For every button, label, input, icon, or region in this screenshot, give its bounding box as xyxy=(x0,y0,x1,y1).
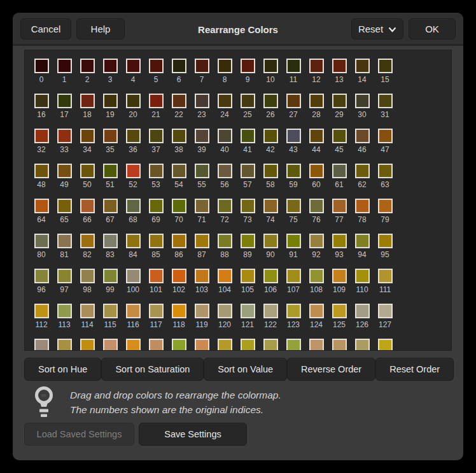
palette-swatch[interactable] xyxy=(286,339,301,351)
palette-swatch[interactable] xyxy=(149,339,164,351)
palette-cell[interactable]: 98 xyxy=(76,269,99,304)
palette-cell[interactable]: 14 xyxy=(351,59,374,94)
palette-cell[interactable]: 129 xyxy=(53,339,76,351)
palette-cell[interactable]: 10 xyxy=(259,59,282,94)
palette-swatch[interactable] xyxy=(126,304,141,318)
palette-cell[interactable]: 78 xyxy=(351,199,374,234)
palette-cell[interactable]: 23 xyxy=(190,94,213,129)
palette-cell[interactable]: 68 xyxy=(122,199,144,234)
palette-swatch[interactable] xyxy=(241,59,255,73)
palette-cell[interactable]: 131 xyxy=(99,339,122,351)
palette-cell[interactable]: 16 xyxy=(30,94,53,129)
palette-swatch[interactable] xyxy=(149,269,164,283)
palette-swatch[interactable] xyxy=(263,164,278,178)
palette-cell[interactable]: 3 xyxy=(99,59,122,94)
palette-cell[interactable]: 6 xyxy=(167,59,190,94)
palette-swatch[interactable] xyxy=(218,164,232,178)
palette-swatch[interactable] xyxy=(172,234,186,248)
palette-cell[interactable]: 134 xyxy=(167,339,190,351)
palette-cell[interactable]: 87 xyxy=(190,234,213,269)
palette-cell[interactable]: 36 xyxy=(122,129,144,164)
palette-cell[interactable]: 71 xyxy=(190,199,213,234)
palette-cell[interactable]: 103 xyxy=(190,269,213,304)
palette-swatch[interactable] xyxy=(126,164,141,178)
palette-cell[interactable]: 46 xyxy=(351,129,374,164)
palette-cell[interactable]: 102 xyxy=(167,269,190,304)
palette-cell[interactable]: 109 xyxy=(328,269,351,304)
palette-swatch[interactable] xyxy=(195,199,209,213)
palette-swatch[interactable] xyxy=(218,199,232,213)
palette-cell[interactable]: 48 xyxy=(30,164,53,199)
palette-swatch[interactable] xyxy=(218,339,232,351)
palette-cell[interactable]: 49 xyxy=(53,164,76,199)
palette-swatch[interactable] xyxy=(195,304,209,318)
palette-cell[interactable]: 132 xyxy=(122,339,144,351)
palette-cell[interactable]: 8 xyxy=(213,59,236,94)
help-button[interactable]: Help xyxy=(76,18,125,39)
palette-cell[interactable]: 73 xyxy=(236,199,259,234)
palette-swatch[interactable] xyxy=(80,339,95,351)
palette-cell[interactable]: 111 xyxy=(374,269,396,304)
palette-cell[interactable]: 77 xyxy=(328,199,351,234)
palette-cell[interactable]: 0 xyxy=(30,59,53,94)
palette-swatch[interactable] xyxy=(80,269,95,283)
palette-cell[interactable]: 107 xyxy=(282,269,305,304)
palette-swatch[interactable] xyxy=(34,339,49,351)
palette-cell[interactable]: 4 xyxy=(122,59,144,94)
palette-cell[interactable]: 35 xyxy=(99,129,122,164)
palette-swatch[interactable] xyxy=(172,94,186,108)
palette-cell[interactable]: 89 xyxy=(236,234,259,269)
palette-swatch[interactable] xyxy=(57,199,72,213)
palette-cell[interactable]: 55 xyxy=(190,164,213,199)
palette-cell[interactable]: 20 xyxy=(122,94,144,129)
palette-cell[interactable]: 54 xyxy=(167,164,190,199)
palette-swatch[interactable] xyxy=(34,269,49,283)
palette-cell[interactable]: 76 xyxy=(305,199,328,234)
palette-cell[interactable]: 62 xyxy=(351,164,374,199)
palette-cell[interactable]: 140 xyxy=(305,339,328,351)
palette-swatch[interactable] xyxy=(286,59,301,73)
palette-swatch[interactable] xyxy=(218,234,232,248)
palette-cell[interactable]: 120 xyxy=(213,304,236,339)
palette-cell[interactable]: 94 xyxy=(351,234,374,269)
palette-cell[interactable]: 66 xyxy=(76,199,99,234)
palette-cell[interactable]: 44 xyxy=(305,129,328,164)
palette-swatch[interactable] xyxy=(149,304,164,318)
palette-swatch[interactable] xyxy=(80,164,95,178)
palette-swatch[interactable] xyxy=(103,59,118,73)
palette-swatch[interactable] xyxy=(309,94,324,108)
palette-swatch[interactable] xyxy=(149,129,164,143)
palette-cell[interactable]: 34 xyxy=(76,129,99,164)
palette-cell[interactable]: 135 xyxy=(190,339,213,351)
palette-swatch[interactable] xyxy=(195,129,209,143)
palette-swatch[interactable] xyxy=(34,199,49,213)
palette-swatch[interactable] xyxy=(263,339,278,351)
palette-swatch[interactable] xyxy=(332,129,347,143)
palette-swatch[interactable] xyxy=(309,269,324,283)
palette-swatch[interactable] xyxy=(172,129,186,143)
palette-swatch[interactable] xyxy=(355,234,370,248)
palette-swatch[interactable] xyxy=(126,59,141,73)
palette-cell[interactable]: 43 xyxy=(282,129,305,164)
palette-swatch[interactable] xyxy=(378,199,393,213)
palette-swatch[interactable] xyxy=(309,164,324,178)
palette-swatch[interactable] xyxy=(172,339,186,351)
palette-cell[interactable]: 142 xyxy=(351,339,374,351)
palette-swatch[interactable] xyxy=(378,94,393,108)
palette-cell[interactable]: 63 xyxy=(374,164,396,199)
palette-swatch[interactable] xyxy=(34,164,49,178)
palette-cell[interactable]: 28 xyxy=(305,94,328,129)
palette-cell[interactable]: 61 xyxy=(328,164,351,199)
palette-swatch[interactable] xyxy=(378,59,393,73)
palette-cell[interactable]: 128 xyxy=(30,339,53,351)
palette-cell[interactable]: 33 xyxy=(53,129,76,164)
load-saved-settings-button[interactable]: Load Saved Settings xyxy=(24,423,134,446)
palette-swatch[interactable] xyxy=(103,304,118,318)
palette-swatch[interactable] xyxy=(263,304,278,318)
palette-cell[interactable]: 12 xyxy=(305,59,328,94)
palette-swatch[interactable] xyxy=(172,199,186,213)
palette-swatch[interactable] xyxy=(355,59,370,73)
palette-cell[interactable]: 108 xyxy=(305,269,328,304)
palette-swatch[interactable] xyxy=(149,199,164,213)
palette-cell[interactable]: 100 xyxy=(122,269,144,304)
